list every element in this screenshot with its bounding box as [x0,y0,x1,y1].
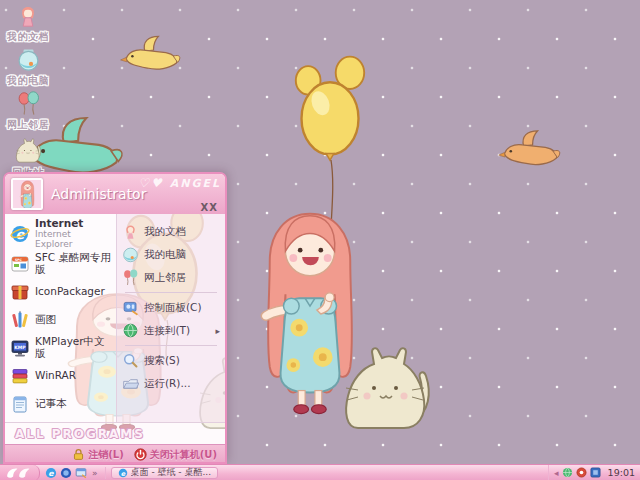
search-icon [122,352,139,369]
balloon-art [292,50,368,164]
my-computer-icon [122,246,139,263]
sfc-app-icon: SFC [10,254,30,274]
notepad-icon [10,394,30,414]
shut-down-button[interactable]: 关闭计算机(U) [134,448,217,462]
menu-item-run[interactable]: 运行(R)... [119,372,223,395]
hearts-doodle-icon: ♡♥ [138,176,164,190]
girl-icon [16,2,40,28]
power-icon [134,448,147,461]
wings-logo-icon [5,467,35,479]
girl-art [256,206,364,418]
menu-item-search[interactable]: 搜索(S) [119,349,223,372]
kmplayer-icon: KMP [10,338,30,358]
network-places-icon [122,269,139,286]
quick-launch-bar: e » [40,467,106,479]
svg-text:e: e [48,469,54,478]
winrar-icon [10,366,30,386]
menu-item-iconpackager[interactable]: IconPackager [7,278,114,306]
menu-separator [125,292,217,293]
menu-item-kmplayer[interactable]: KMP KMPlayer中文版 [7,334,114,362]
menu-item-control-panel[interactable]: 控制面板(C) [119,296,223,319]
menu-item-my-computer[interactable]: 我的电脑 [119,243,223,266]
tray-network-globe-icon[interactable] [562,467,573,478]
quick-launch-show-desktop-icon[interactable] [75,467,87,479]
tray-clock: 19:01 [604,467,635,478]
menu-item-my-documents[interactable]: 我的文档 [119,220,223,243]
menu-separator [125,345,217,346]
log-off-button[interactable]: 注销(L) [72,448,124,462]
svg-text:SFC: SFC [15,258,22,262]
menu-item-internet[interactable]: e InternetInternet Explorer [7,218,114,250]
lock-icon [72,448,85,461]
start-button[interactable] [0,465,40,480]
tray-collapse-chevron-icon[interactable]: ◂ [554,468,559,478]
desktop-icon-label: 我的文档 [7,30,49,44]
header-doodle: ♡♥ ANGEL [138,176,221,190]
balloons-icon [16,90,41,116]
menu-item-paint[interactable]: 画图 [7,306,114,334]
task-internet-explorer-icon: e [118,468,128,478]
start-menu-body: e InternetInternet Explorer SFC SFC 桌酷网专… [5,214,225,422]
connect-to-icon [122,322,139,339]
orange-bird-art [498,128,562,172]
start-menu: Administrator ♡♥ ANGEL XX e InternetInte… [3,172,227,464]
task-title: 桌面 - 壁纸 - 桌酷... [131,466,212,479]
desktop-icon-network-places[interactable]: 网上邻居 [2,90,54,132]
svg-text:e: e [120,469,125,477]
all-programs-button[interactable]: ALL PROGRAMS [5,422,225,444]
yellow-bird-art [120,34,182,76]
quick-launch-internet-explorer-icon[interactable]: e [45,467,57,479]
svg-text:KMP: KMP [14,345,26,350]
desktop-icon-my-documents[interactable]: 我的文档 [2,2,54,44]
taskbar: e » e 桌面 - 壁纸 - 桌酷... ◂ [0,464,640,480]
user-name: Administrator [51,186,146,202]
quick-launch-overflow-chevron[interactable]: » [90,468,100,478]
menu-item-connect-to[interactable]: 连接到(T) ▸ [119,319,223,342]
pinned-programs-column: e InternetInternet Explorer SFC SFC 桌酷网专… [5,214,116,422]
system-places-column: 我的文档 我的电脑 网上邻居 [116,214,225,422]
task-button[interactable]: e 桌面 - 壁纸 - 桌酷... [111,467,219,479]
tray-antivirus-icon[interactable] [576,467,587,478]
start-menu-header: Administrator ♡♥ ANGEL XX [5,174,225,214]
paint-icon [10,310,30,330]
desktop-icon-my-computer[interactable]: 我的电脑 [2,46,54,88]
quick-launch-media-player-icon[interactable] [60,467,72,479]
tray-ime-icon[interactable] [590,467,601,478]
menu-item-network-places[interactable]: 网上邻居 [119,266,223,289]
balloon-string [322,158,342,300]
start-menu-footer: 注销(L) 关闭计算机(U) [5,444,225,464]
submenu-arrow-icon: ▸ [215,326,220,336]
desktop: 我的文档 我的电脑 网上邻居 回收站 Administrator [0,0,640,480]
icon-packager-icon [10,282,30,302]
cat-icon [14,138,42,164]
my-documents-icon [122,223,139,240]
desktop-icon-label: 网上邻居 [7,118,49,132]
user-avatar[interactable] [11,178,43,210]
menu-item-sfc[interactable]: SFC SFC 桌酷网专用版 [7,250,114,278]
system-tray: ◂ 19:01 [548,465,640,480]
menu-item-notepad[interactable]: 记事本 [7,390,114,418]
control-panel-icon [122,299,139,316]
internet-explorer-icon: e [10,224,30,244]
run-icon [122,375,139,392]
cat-art [338,342,434,434]
menu-item-winrar[interactable]: WinRAR [7,362,114,390]
desktop-icon-label: 我的电脑 [7,74,49,88]
fishbowl-icon [16,46,41,72]
header-note: XX [201,202,218,213]
